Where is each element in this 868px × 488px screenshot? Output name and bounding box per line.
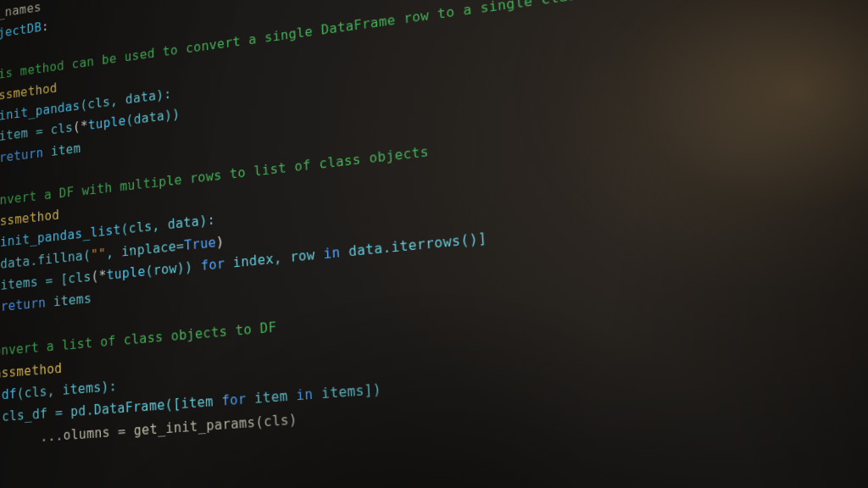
- kw-return: return: [1, 295, 46, 314]
- star-unpack: (*: [91, 267, 107, 284]
- fillna-call: data.fillna(: [0, 247, 91, 271]
- string-literal: "": [91, 245, 107, 262]
- kw-for: for: [201, 255, 225, 274]
- builtin-tuple: tuple: [106, 263, 145, 283]
- ret-item: item: [43, 140, 81, 159]
- iterrows-call: data.iterrows()]: [340, 230, 487, 261]
- kw-return: return: [0, 145, 43, 165]
- var-cls: cls: [50, 119, 73, 137]
- code-surface: _names ...rams if p != 'self'] __init__)…: [0, 0, 868, 455]
- loop-vars: index, row: [225, 246, 324, 272]
- var-item: item =: [0, 123, 51, 144]
- var-cls: cls: [68, 269, 91, 286]
- editor-screen: _names ...rams if p != 'self'] __init__)…: [0, 0, 868, 488]
- comment: # This method can be used to convert a s…: [0, 0, 650, 86]
- kw-in: in: [296, 385, 314, 403]
- code-block[interactable]: _names ...rams if p != 'self'] __init__)…: [0, 0, 868, 455]
- colon: :: [42, 19, 49, 35]
- bool-true: True: [184, 234, 216, 253]
- args: (data)): [125, 106, 180, 128]
- signature: (cls, data):: [120, 212, 215, 237]
- fn-df: df: [0, 385, 17, 403]
- var-items: items = [: [1, 271, 69, 293]
- args: (row)): [145, 258, 201, 279]
- kw-in: in: [323, 244, 341, 262]
- star-unpack: (*: [73, 118, 88, 135]
- items-close: items]): [313, 381, 382, 403]
- loop-var: item: [246, 387, 297, 408]
- builtin-tuple: tuple: [88, 113, 126, 133]
- comment: # Convert a list of class objects to DF: [0, 319, 277, 361]
- kw-for: for: [221, 391, 247, 409]
- kwarg: , inplace=: [106, 237, 185, 261]
- ret-items: items: [46, 291, 92, 311]
- paren: ): [216, 233, 225, 250]
- partial-line: _names: [0, 0, 42, 20]
- decorator: @classmethod: [0, 359, 62, 382]
- signature: (cls, items):: [17, 378, 117, 402]
- class-name: ObjectDB: [0, 19, 42, 44]
